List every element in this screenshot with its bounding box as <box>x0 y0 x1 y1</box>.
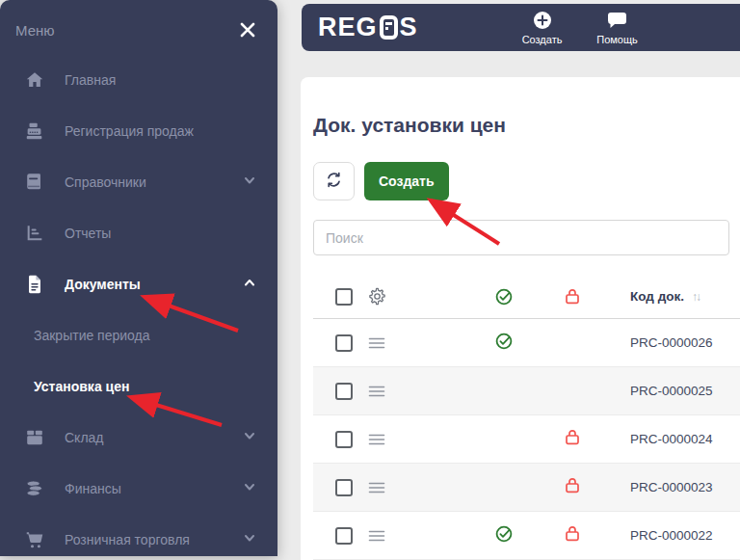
sidebar-item-label: Отчеты <box>65 226 256 241</box>
cart-icon <box>23 528 46 551</box>
box-icon <box>23 426 46 449</box>
plus-circle-icon <box>533 11 552 31</box>
drag-handle-icon[interactable] <box>368 529 386 543</box>
table-row[interactable]: PRC-0000024 <box>313 415 740 464</box>
check-circle-icon <box>495 288 513 306</box>
close-icon[interactable] <box>237 19 258 40</box>
refresh-button[interactable] <box>313 162 355 200</box>
brand-text-right: S <box>400 14 418 40</box>
home-icon <box>23 68 46 92</box>
doc-code: PRC-0000026 <box>630 335 713 350</box>
book-icon <box>23 171 46 194</box>
submenu-item-label: Закрытие периода <box>34 328 150 343</box>
sidebar-item-reports[interactable]: Отчеты <box>0 207 278 258</box>
check-circle-icon <box>495 333 513 354</box>
row-checkbox[interactable] <box>335 334 353 352</box>
refresh-icon <box>325 171 343 193</box>
sidebar-item-sales-registration[interactable]: Регистрация продаж <box>0 105 278 156</box>
row-checkbox[interactable] <box>335 527 353 545</box>
check-circle-icon <box>495 525 513 547</box>
doc-code: PRC-0000023 <box>630 480 713 494</box>
sidebar-item-directories[interactable]: Справочники <box>0 156 278 207</box>
sidebar-item-label: Финансы <box>65 481 235 496</box>
sidebar-drawer: Меню Главная Регистрация продаж <box>0 0 278 556</box>
chevron-down-icon <box>243 480 256 496</box>
sidebar-item-label: Справочники <box>65 174 235 190</box>
cash-register-icon <box>23 120 46 143</box>
sidebar-item-home[interactable]: Главная <box>0 54 278 105</box>
chevron-down-icon <box>243 531 256 547</box>
topbar-action-label: Создать <box>522 34 563 45</box>
table-row[interactable]: PRC-0000022 <box>313 512 740 560</box>
drag-handle-icon[interactable] <box>368 336 386 350</box>
table-row[interactable]: PRC-0000023 <box>313 464 740 512</box>
search-input[interactable] <box>313 220 729 255</box>
sidebar-item-finance[interactable]: Финансы <box>0 463 278 514</box>
doc-code: PRC-0000022 <box>630 528 713 543</box>
sidebar-item-documents[interactable]: Документы <box>0 258 278 309</box>
sidebar-item-warehouse[interactable]: Склад <box>0 412 278 463</box>
drag-handle-icon[interactable] <box>368 385 386 398</box>
logo-o-icon <box>380 15 398 40</box>
topbar-help-action[interactable]: Помощь <box>588 11 648 45</box>
content-card: Док. установки цен Создать <box>301 77 740 560</box>
brand-logo[interactable]: REGS <box>318 14 418 40</box>
lock-icon <box>565 477 580 497</box>
coins-icon <box>23 477 46 500</box>
submenu-item-label: Установка цен <box>34 379 129 394</box>
row-checkbox[interactable] <box>335 479 353 496</box>
create-button[interactable]: Создать <box>364 162 449 200</box>
table-header-row: Код док. ↑↓ <box>313 275 740 319</box>
chat-bubble-icon <box>607 11 627 31</box>
code-column-header[interactable]: Код док. <box>630 289 684 304</box>
sort-icon[interactable]: ↑↓ <box>692 290 700 304</box>
doc-code: PRC-0000025 <box>630 384 713 398</box>
doc-code: PRC-0000024 <box>630 432 713 446</box>
chevron-up-icon <box>243 276 256 292</box>
sidebar-item-label: Регистрация продаж <box>65 123 256 139</box>
lock-icon <box>565 288 580 305</box>
sidebar-title: Меню <box>15 22 237 39</box>
gear-icon[interactable] <box>368 287 386 306</box>
lock-icon <box>565 525 580 546</box>
table-row[interactable]: PRC-0000026 <box>313 319 740 367</box>
row-checkbox[interactable] <box>335 431 353 448</box>
sidebar-item-label: Склад <box>65 430 235 445</box>
sidebar-item-label: Розничная торговля <box>65 532 235 547</box>
table-row[interactable]: PRC-0000025 <box>313 367 740 415</box>
document-icon <box>23 273 46 296</box>
page-title: Док. установки цен <box>313 114 740 137</box>
top-bar: REGS Создать Помощь <box>302 4 740 51</box>
select-all-checkbox[interactable] <box>335 288 353 306</box>
drag-handle-icon[interactable] <box>368 481 386 494</box>
chevron-down-icon <box>243 429 256 445</box>
sidebar-subitem-price-setting[interactable]: Установка цен <box>0 360 278 412</box>
row-checkbox[interactable] <box>335 383 353 400</box>
sidebar-item-retail[interactable]: Розничная торговля <box>0 514 278 560</box>
lock-icon <box>565 429 580 449</box>
report-icon <box>23 222 46 245</box>
topbar-action-label: Помощь <box>596 34 638 45</box>
brand-text-left: REG <box>318 14 378 40</box>
drag-handle-icon[interactable] <box>368 433 386 446</box>
sidebar-item-label: Документы <box>65 277 235 292</box>
chevron-down-icon <box>243 173 256 190</box>
topbar-create-action[interactable]: Создать <box>513 11 572 45</box>
sidebar-subitem-period-closing[interactable]: Закрытие периода <box>0 309 278 360</box>
sidebar-item-label: Главная <box>65 72 256 88</box>
